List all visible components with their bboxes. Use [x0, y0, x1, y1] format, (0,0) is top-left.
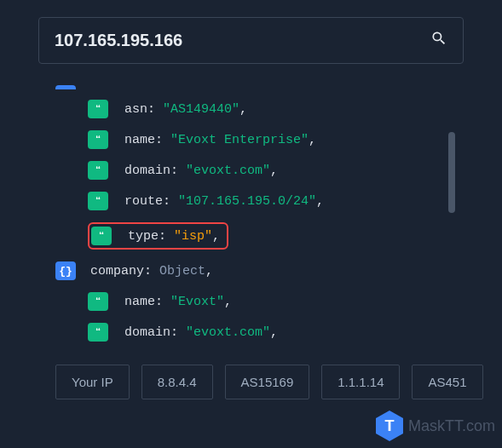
json-value: "AS149440": [163, 102, 239, 117]
scrollbar[interactable]: [448, 132, 455, 213]
json-key: name:: [124, 133, 170, 147]
watermark-text: MaskTT.com: [408, 417, 495, 435]
json-key: type:: [128, 229, 174, 244]
object-badge-icon: {}: [55, 261, 76, 280]
ip-button-11114[interactable]: 1.1.1.14: [321, 365, 400, 399]
json-key: domain:: [124, 325, 186, 340]
search-icon[interactable]: [430, 30, 447, 51]
json-value: "isp": [174, 229, 212, 244]
json-value: "Evoxt": [170, 295, 224, 309]
ip-button-8844[interactable]: 8.8.4.4: [141, 365, 213, 399]
search-bar[interactable]: [38, 17, 464, 64]
watermark-icon: T: [376, 411, 403, 441]
string-badge-icon: ❝: [88, 323, 108, 342]
json-value: "107.165.195.0/24": [178, 194, 316, 209]
watermark: T MaskTT.com: [376, 411, 495, 441]
string-badge-icon: ❝: [88, 192, 108, 210]
your-ip-button[interactable]: Your IP: [55, 365, 130, 399]
json-key: domain:: [124, 164, 186, 178]
json-key: route:: [124, 194, 178, 209]
json-key: asn:: [124, 102, 163, 117]
json-content: {} ❝ asn: "AS149440", ❝ name: "Evoxt Ent…: [13, 85, 489, 347]
object-badge-icon: {}: [55, 85, 76, 89]
json-key: name:: [124, 295, 170, 309]
string-badge-icon: ❝: [88, 130, 108, 149]
json-key: company:: [90, 264, 159, 279]
quick-links-bar: Your IP 8.8.4.4 AS15169 1.1.1.14 AS451: [13, 347, 489, 399]
json-value: "evoxt.com": [186, 325, 270, 340]
json-value: "Evoxt Enterprise": [170, 133, 309, 147]
search-input[interactable]: [55, 31, 430, 50]
json-row-company-name: ❝ name: "Evoxt",: [55, 286, 489, 317]
json-value: "evoxt.com": [186, 164, 270, 178]
string-badge-icon: ❝: [91, 227, 112, 245]
asn-button-451[interactable]: AS451: [412, 365, 482, 399]
json-row-company-domain: ❝ domain: "evoxt.com",: [55, 317, 489, 347]
json-row-asn: ❝ asn: "AS149440",: [55, 94, 489, 124]
json-row-company: {} company: Object,: [55, 256, 489, 286]
json-row-name: ❝ name: "Evoxt Enterprise",: [55, 124, 489, 155]
asn-button-15169[interactable]: AS15169: [225, 365, 310, 399]
json-row-domain: ❝ domain: "evoxt.com",: [55, 155, 489, 186]
string-badge-icon: ❝: [88, 161, 108, 180]
json-type: Object: [159, 264, 205, 279]
highlight-box: ❝ type: "isp",: [88, 222, 228, 250]
json-row-type-highlighted: ❝ type: "isp",: [55, 216, 489, 256]
json-row-route: ❝ route: "107.165.195.0/24",: [55, 186, 489, 216]
string-badge-icon: ❝: [88, 100, 108, 118]
string-badge-icon: ❝: [88, 292, 108, 311]
